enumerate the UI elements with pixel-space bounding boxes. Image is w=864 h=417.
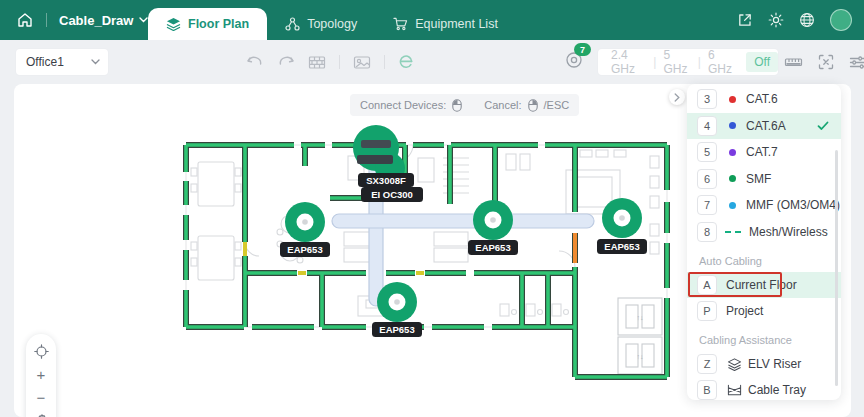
access-point[interactable]: EAP653 bbox=[468, 200, 518, 255]
walls-layer bbox=[186, 145, 667, 377]
background-image-icon[interactable] bbox=[353, 55, 371, 70]
layers-icon bbox=[166, 17, 181, 31]
user-avatar[interactable] bbox=[830, 9, 852, 31]
mouse-left-click-icon bbox=[452, 99, 462, 112]
section-title-auto-cabling: Auto Cabling bbox=[687, 245, 841, 272]
cable-type-cat6[interactable]: 3 CAT.6 bbox=[687, 86, 841, 113]
home-icon[interactable] bbox=[16, 11, 34, 29]
svg-text:EI OC300: EI OC300 bbox=[371, 189, 413, 200]
cable-type-label: SMF bbox=[746, 172, 771, 186]
cart-icon bbox=[393, 17, 408, 31]
cable-draw-tool-icon[interactable] bbox=[398, 54, 414, 70]
project-name-dropdown[interactable]: Cable_Draw bbox=[59, 13, 148, 28]
floor-select[interactable]: Office1 bbox=[16, 49, 108, 75]
shortcut-key: 8 bbox=[697, 222, 717, 242]
wifi-band-switch: 2.4 GHz | 5 GHz | 6 GHz Off bbox=[598, 49, 778, 75]
project-name: Cable_Draw bbox=[59, 13, 133, 28]
undo-icon[interactable] bbox=[246, 54, 264, 70]
item-label: Cable Tray bbox=[748, 383, 806, 397]
tab-label: Floor Plan bbox=[188, 17, 249, 31]
shortcut-key: A bbox=[697, 275, 717, 295]
check-icon bbox=[817, 121, 829, 131]
section-title-cabling-assistance: Cabling Assistance bbox=[687, 324, 841, 351]
svg-text:EAP653: EAP653 bbox=[287, 244, 322, 255]
cable-type-smf[interactable]: 6 SMF bbox=[687, 166, 841, 193]
auto-cabling-project[interactable]: P Project bbox=[687, 298, 841, 324]
shortcut-key: 4 bbox=[697, 116, 717, 136]
item-label: Project bbox=[726, 304, 763, 318]
cable-color-dot bbox=[729, 96, 736, 103]
band-off-button[interactable]: Off bbox=[746, 52, 778, 72]
cabling-assistance-elv-riser[interactable]: Z ELV Riser bbox=[687, 351, 841, 377]
toolbar-divider bbox=[384, 55, 385, 69]
tab-label: Equipment List bbox=[415, 17, 498, 31]
tab-topology[interactable]: Topology bbox=[267, 8, 375, 40]
tab-equipment-list[interactable]: Equipment List bbox=[375, 8, 516, 40]
zoom-out-button[interactable]: − bbox=[31, 388, 51, 406]
auto-cabling-current-floor[interactable]: A Current Floor bbox=[687, 272, 841, 298]
cable-type-cat7[interactable]: 5 CAT.7 bbox=[687, 139, 841, 166]
app-window: Cable_Draw Floor Plan Topology Equipment… bbox=[0, 0, 864, 417]
zoom-in-button[interactable]: + bbox=[31, 365, 51, 383]
clear-selection-icon[interactable] bbox=[818, 54, 834, 70]
shortcut-key: 6 bbox=[697, 169, 717, 189]
switch-thumbnail bbox=[361, 140, 391, 148]
svg-text:EAP653: EAP653 bbox=[475, 242, 510, 253]
shortcut-key: P bbox=[697, 301, 717, 321]
layers-icon bbox=[727, 358, 742, 371]
cable-type-label: CAT.6 bbox=[746, 92, 778, 106]
share-export-icon[interactable] bbox=[737, 12, 753, 28]
mouse-right-click-icon bbox=[528, 99, 538, 112]
svg-text:EAP653: EAP653 bbox=[379, 324, 414, 335]
svg-text:SX3008F: SX3008F bbox=[366, 175, 406, 186]
cable-type-cat6a[interactable]: 4 CAT.6A bbox=[687, 113, 841, 140]
building-underlay bbox=[186, 145, 667, 377]
canvas-toolbar: Office1 7 2.4 GHz | 5 GHz | 6 GHz Off bbox=[0, 40, 864, 84]
settings-sliders-icon[interactable] bbox=[849, 55, 864, 70]
pan-hand-icon[interactable] bbox=[31, 411, 51, 417]
item-label: Current Floor bbox=[726, 278, 797, 292]
cable-tray-icon bbox=[727, 384, 742, 396]
controller-thumbnail bbox=[357, 155, 393, 164]
cable-color-dot bbox=[729, 122, 736, 129]
panel-scrollbar[interactable] bbox=[835, 150, 838, 386]
shortcut-key: 7 bbox=[697, 195, 717, 215]
device-cluster[interactable]: SX3008F EI OC300 bbox=[353, 125, 423, 202]
furniture-layer bbox=[191, 145, 659, 316]
panel-collapse-button[interactable] bbox=[669, 89, 685, 105]
tab-floor-plan[interactable]: Floor Plan bbox=[148, 8, 267, 40]
cabling-assistance-cable-tray[interactable]: B Cable Tray bbox=[687, 377, 841, 403]
chevron-down-icon bbox=[91, 59, 100, 65]
locate-icon[interactable] bbox=[31, 342, 51, 360]
wall-tool-icon[interactable] bbox=[308, 55, 326, 70]
cable-type-mmf[interactable]: 7 MMF (OM3/OM4) bbox=[687, 192, 841, 219]
cable-type-label: CAT.7 bbox=[746, 145, 778, 159]
redo-icon[interactable] bbox=[277, 54, 295, 70]
access-point[interactable]: EAP653 bbox=[280, 202, 330, 257]
chevron-right-icon bbox=[674, 93, 680, 102]
cable-color-dot bbox=[729, 175, 736, 182]
band-2-4ghz[interactable]: 2.4 GHz bbox=[604, 48, 653, 76]
view-tools bbox=[784, 48, 864, 76]
topology-icon bbox=[285, 17, 300, 31]
cable-type-label: CAT.6A bbox=[746, 119, 786, 133]
language-globe-icon[interactable] bbox=[799, 12, 815, 28]
ruler-icon[interactable] bbox=[784, 55, 803, 69]
item-label: ELV Riser bbox=[748, 357, 801, 371]
elevator-shafts: ↑↓ ↑↓ bbox=[618, 298, 662, 374]
theme-brightness-icon[interactable] bbox=[768, 12, 784, 28]
connect-hint-label: Connect Devices: bbox=[360, 99, 446, 111]
cable-color-dot bbox=[729, 202, 736, 209]
floor-select-value: Office1 bbox=[26, 55, 64, 69]
header-actions bbox=[737, 0, 852, 40]
band-6ghz[interactable]: 6 GHz bbox=[701, 48, 742, 76]
svg-text:EAP653: EAP653 bbox=[604, 241, 639, 252]
mesh-dashed-line-icon bbox=[725, 231, 741, 233]
edit-tools bbox=[246, 48, 414, 76]
cable-type-mesh-wireless[interactable]: 8 Mesh/Wireless bbox=[687, 219, 841, 246]
cable-type-label: Mesh/Wireless bbox=[749, 225, 828, 239]
shortcut-key: 5 bbox=[697, 142, 717, 162]
band-5ghz[interactable]: 5 GHz bbox=[656, 48, 697, 76]
access-point[interactable]: EAP653 bbox=[597, 198, 647, 254]
shortcut-key: 3 bbox=[697, 89, 717, 109]
